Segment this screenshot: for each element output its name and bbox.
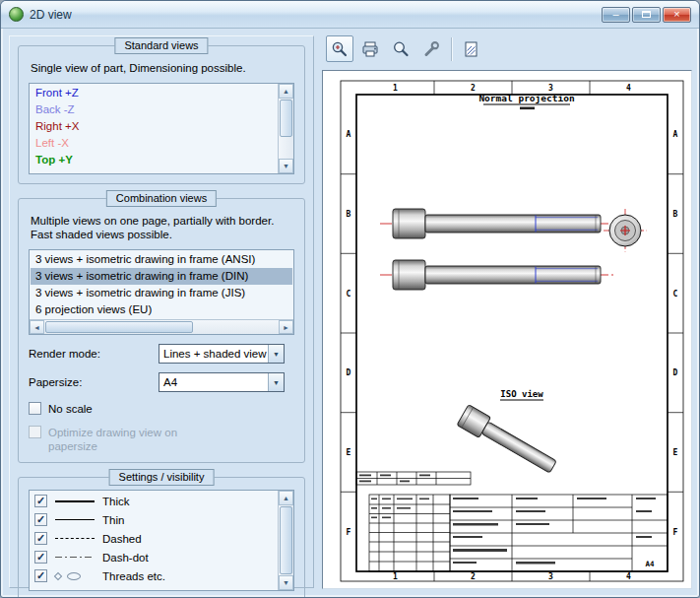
no-scale-label: No scale (48, 402, 93, 416)
zoom-button[interactable] (387, 35, 414, 62)
check-icon: ✓ (36, 495, 45, 507)
check-icon: ✓ (36, 513, 45, 526)
title-block (356, 472, 668, 571)
optimize-checkbox (29, 426, 41, 438)
scroll-up-icon[interactable]: ▲ (279, 84, 293, 99)
dashdot-label: Dash-dot (102, 552, 149, 564)
setting-row-dashed[interactable]: ✓ Dashed (31, 529, 277, 548)
papersize-select[interactable]: A4 ▼ (159, 372, 285, 392)
svg-text:B: B (347, 210, 351, 219)
bolt-side-view-2 (380, 260, 615, 290)
dashdot-checkbox[interactable]: ✓ (34, 551, 47, 564)
optimize-label: Optimize drawing view on papersize (48, 426, 196, 453)
dialog-2d-view: 2D view – × Standard views Single view o… (0, 0, 700, 598)
svg-text:C: C (673, 290, 678, 299)
titlebar[interactable]: 2D view – × (1, 1, 699, 29)
no-scale-row: No scale (29, 402, 294, 416)
thick-label: Thick (102, 496, 129, 507)
check-icon: ✓ (36, 532, 45, 545)
maximize-button[interactable] (632, 7, 661, 23)
standard-views-scrollbar[interactable]: ▲ ▼ (278, 84, 293, 173)
setting-row-thin[interactable]: ✓ Thin (31, 510, 277, 529)
list-item-front-z[interactable]: Front +Z (31, 85, 277, 101)
list-item-din-selected[interactable]: 3 views + isometric drawing in frame (DI… (31, 268, 292, 285)
dashdot-line-icon (55, 557, 95, 559)
drawing-canvas: A B C D E F A B C D E F 1 2 3 4 1 2 3 4 (323, 71, 691, 588)
combination-views-hscrollbar[interactable]: ◄ ► (30, 319, 293, 334)
group-standard-views: Standard views Single view of part, Dime… (18, 45, 305, 184)
group-combination-views-label: Combination views (106, 190, 217, 207)
drawing-toolbar (326, 33, 485, 64)
render-mode-label: Render mode: (29, 348, 159, 360)
scroll-up-icon[interactable]: ▲ (279, 491, 293, 505)
threads-checkbox[interactable]: ✓ (34, 569, 47, 582)
iso-view: ISO view (457, 389, 559, 477)
svg-text:D: D (673, 368, 678, 377)
svg-text:Normal projection: Normal projection (478, 93, 574, 103)
list-item-eu[interactable]: 6 projection views (EU) (31, 301, 292, 318)
thick-checkbox[interactable]: ✓ (34, 495, 47, 507)
scroll-down-icon[interactable]: ▼ (279, 159, 293, 173)
list-item-left-x[interactable]: Left -X (31, 135, 277, 152)
group-settings-label: Settings / visibility (109, 469, 215, 486)
svg-text:F: F (347, 528, 351, 537)
scrollbar-thumb[interactable] (280, 506, 292, 574)
no-scale-checkbox[interactable] (29, 402, 41, 415)
check-icon: ✓ (36, 551, 45, 564)
setting-row-threads[interactable]: ✓ Threads etc. (31, 566, 277, 585)
svg-text:2: 2 (471, 572, 476, 581)
render-mode-value: Lines + shaded view (159, 345, 268, 363)
settings-list: ✓ Thick ✓ Thin ✓ Dashed (29, 490, 294, 591)
settings-scrollbar[interactable]: ▲ ▼ (278, 491, 293, 590)
iso-bolt (457, 405, 559, 478)
list-item-top-y[interactable]: Top +Y (31, 152, 277, 168)
toolbar-separator (451, 37, 452, 61)
thick-line-icon (55, 500, 95, 502)
dashed-checkbox[interactable]: ✓ (34, 532, 47, 545)
tools-button[interactable] (417, 35, 445, 62)
drawing-viewport[interactable]: A B C D E F A B C D E F 1 2 3 4 1 2 3 4 (322, 70, 692, 589)
setting-row-dashdot[interactable]: ✓ Dash-dot (31, 548, 277, 566)
scrollbar-track[interactable] (194, 320, 279, 334)
minimize-button[interactable]: – (602, 7, 630, 23)
standard-views-list: Front +Z Back -Z Right +X Left -X Top +Y… (29, 83, 294, 174)
svg-text:E: E (673, 448, 678, 457)
list-item-ansi[interactable]: 3 views + isometric drawing in frame (AN… (31, 251, 292, 268)
chevron-down-icon[interactable]: ▼ (268, 373, 284, 391)
svg-text:A: A (673, 130, 678, 139)
zoom-window-button[interactable] (326, 35, 353, 62)
papersize-value: A4 (159, 373, 268, 391)
sheet-settings-button[interactable] (458, 35, 485, 62)
thin-label: Thin (102, 514, 124, 526)
scroll-right-icon[interactable]: ► (279, 320, 293, 334)
svg-text:3: 3 (548, 572, 553, 581)
svg-text:C: C (347, 290, 351, 299)
paper-size-text: A4 (645, 560, 655, 568)
render-mode-select[interactable]: Lines + shaded view ▼ (159, 344, 285, 364)
combination-views-list: 3 views + isometric drawing in frame (AN… (29, 249, 294, 335)
scroll-down-icon[interactable]: ▼ (279, 575, 293, 590)
chevron-down-icon[interactable]: ▼ (268, 345, 284, 363)
thin-line-icon (55, 519, 95, 520)
scrollbar-thumb[interactable] (280, 100, 292, 137)
bolt-end-view (604, 209, 647, 252)
list-item-jis[interactable]: 3 views + isometric drawing in frame (JI… (31, 285, 292, 301)
scrollbar-thumb[interactable] (45, 321, 193, 333)
scrollbar-track[interactable] (279, 138, 293, 159)
svg-text:B: B (673, 210, 678, 219)
close-button[interactable]: × (663, 7, 691, 23)
setting-row-thick[interactable]: ✓ Thick (31, 492, 277, 510)
papersize-label: Papersize: (29, 376, 159, 388)
svg-text:1: 1 (393, 84, 398, 93)
scroll-left-icon[interactable]: ◄ (30, 320, 44, 334)
svg-text:4: 4 (626, 572, 631, 581)
svg-text:A: A (347, 130, 351, 139)
window-title: 2D view (30, 8, 72, 22)
list-item-right-x[interactable]: Right +X (31, 118, 277, 135)
thin-checkbox[interactable]: ✓ (34, 513, 47, 526)
svg-text:2: 2 (471, 84, 476, 93)
list-item-back-z[interactable]: Back -Z (31, 101, 277, 118)
svg-text:ISO view: ISO view (500, 389, 543, 399)
print-button[interactable] (356, 35, 384, 62)
dashed-label: Dashed (102, 533, 142, 545)
